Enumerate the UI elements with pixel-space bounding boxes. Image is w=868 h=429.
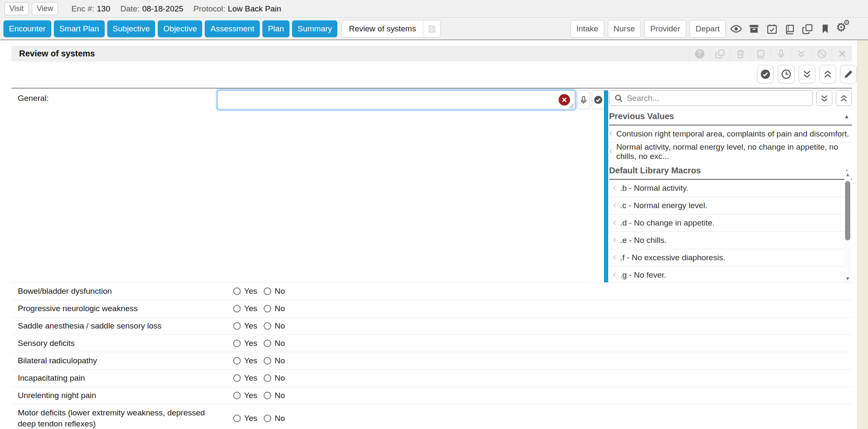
nav-button[interactable]: Assessment — [205, 20, 259, 37]
pencil-button[interactable] — [840, 65, 857, 84]
previous-value-item[interactable]: ‹ Normal activity, normal energy level, … — [609, 143, 852, 160]
bookmark-icon[interactable] — [818, 24, 832, 34]
macros-scrollbar[interactable]: ▲ ▼ — [844, 171, 851, 282]
archive-icon[interactable] — [747, 23, 761, 34]
stage-button[interactable]: Nurse — [608, 20, 641, 38]
macro-item[interactable]: ‹ .d - No change in appetite. — [609, 214, 852, 232]
macro-item[interactable]: ‹ .f - No excessive diaphoresis. — [609, 249, 852, 267]
no-label: No — [275, 356, 285, 365]
yes-option[interactable]: Yes — [233, 356, 257, 365]
no-option[interactable]: No — [264, 339, 285, 348]
no-option[interactable]: No — [264, 414, 285, 423]
tab-review-of-systems[interactable]: Review of systems — [342, 20, 440, 38]
stage-button[interactable]: Provider — [644, 20, 686, 38]
stage-button[interactable]: Depart — [690, 20, 726, 38]
no-radio[interactable] — [264, 392, 271, 399]
scrollbar-thumb[interactable] — [845, 181, 850, 240]
nav-button[interactable]: Smart Plan — [54, 20, 105, 37]
yes-radio[interactable] — [233, 287, 241, 295]
copy-icon[interactable] — [709, 46, 730, 61]
nav-button[interactable]: Subjective — [107, 20, 156, 37]
book-icon[interactable] — [782, 23, 797, 35]
general-input[interactable] — [217, 90, 575, 109]
close-icon[interactable] — [832, 46, 852, 61]
yes-option[interactable]: Yes — [233, 287, 257, 296]
settings-gears-icon[interactable]: ⚙ ⚙ — [836, 22, 853, 36]
yes-option[interactable]: Yes — [233, 391, 257, 400]
no-option[interactable]: No — [264, 356, 285, 365]
macros-header[interactable]: Default Library Macros ▲ — [609, 166, 852, 180]
nav-button[interactable]: Encounter — [3, 20, 51, 37]
yes-option[interactable]: Yes — [233, 321, 257, 331]
chevrons-down-button[interactable] — [798, 65, 815, 84]
scroll-up-icon[interactable]: ▲ — [844, 172, 851, 178]
no-option[interactable]: No — [264, 391, 285, 400]
search-placeholder: Search... — [627, 94, 659, 103]
collapse-all-button[interactable] — [836, 90, 852, 106]
help-icon[interactable]: ? — [689, 46, 709, 61]
chevrons-up-button[interactable] — [819, 65, 836, 84]
yes-radio[interactable] — [233, 374, 241, 382]
macro-item[interactable]: ‹ .c - Normal energy level. — [609, 197, 852, 214]
macro-item[interactable]: ‹ .e - No chills. — [609, 232, 852, 249]
no-label: No — [275, 373, 285, 383]
no-radio[interactable] — [264, 357, 271, 365]
previous-values-header[interactable]: Previous Values ▲ — [609, 111, 852, 125]
microphone-button[interactable] — [577, 90, 590, 109]
no-option[interactable]: No — [264, 373, 285, 383]
yes-option[interactable]: Yes — [233, 304, 257, 313]
nav-button[interactable]: Objective — [158, 20, 202, 37]
resize-grip-icon[interactable] — [569, 103, 574, 109]
yes-radio[interactable] — [233, 392, 241, 399]
macro-text: .d - No change in appetite. — [620, 218, 715, 228]
no-option[interactable]: No — [264, 287, 285, 296]
yes-radio[interactable] — [233, 340, 241, 347]
no-label: No — [275, 304, 285, 313]
no-radio[interactable] — [264, 287, 271, 295]
visit-button[interactable]: Visit — [4, 2, 29, 15]
view-button[interactable]: View — [32, 2, 58, 15]
yes-radio[interactable] — [233, 415, 241, 422]
no-radio[interactable] — [264, 340, 271, 347]
no-option[interactable]: No — [264, 304, 285, 313]
search-input[interactable]: Search... — [609, 90, 813, 106]
no-radio[interactable] — [264, 374, 271, 382]
book-icon[interactable] — [750, 46, 771, 61]
trash-icon[interactable] — [730, 46, 750, 61]
microphone-icon[interactable] — [771, 46, 791, 61]
insert-left-icon: ‹ — [613, 187, 616, 189]
scroll-down-icon[interactable]: ▼ — [844, 276, 851, 281]
eye-icon[interactable] — [729, 23, 743, 35]
ban-icon[interactable] — [811, 46, 832, 61]
insert-left-icon: ‹ — [609, 133, 612, 135]
expand-all-button[interactable] — [816, 90, 832, 106]
copy-icon[interactable] — [800, 23, 815, 35]
no-radio[interactable] — [264, 305, 271, 312]
yes-option[interactable]: Yes — [233, 339, 257, 348]
no-option[interactable]: No — [264, 321, 285, 331]
yes-option[interactable]: Yes — [233, 414, 257, 423]
yes-radio[interactable] — [233, 305, 241, 312]
check-circle-button[interactable] — [757, 65, 774, 84]
macro-item[interactable]: ‹ .b - Normal activity. — [609, 180, 852, 197]
yes-option[interactable]: Yes — [233, 373, 257, 383]
nav-button[interactable]: Summary — [292, 20, 337, 37]
stage-button[interactable]: Intake — [570, 20, 604, 38]
no-radio[interactable] — [264, 415, 271, 422]
macro-item[interactable]: ‹ .g - No fever. — [609, 267, 852, 282]
calendar-check-icon[interactable] — [765, 23, 779, 35]
question-row: Progressive neurologic weakness Yes No — [11, 300, 852, 317]
previous-value-item[interactable]: ‹ Contusion right temporal area, complai… — [609, 125, 852, 143]
chevrons-down-icon[interactable] — [791, 46, 811, 61]
clear-input-icon[interactable] — [559, 94, 570, 106]
yes-radio[interactable] — [233, 322, 241, 330]
yes-radio[interactable] — [233, 357, 241, 365]
clock-button[interactable] — [778, 65, 795, 84]
search-icon — [614, 94, 623, 103]
section-header-icons: ? — [689, 46, 852, 61]
confirm-button[interactable] — [592, 90, 604, 109]
save-icon[interactable] — [423, 20, 440, 37]
nav-button[interactable]: Plan — [262, 20, 289, 37]
no-radio[interactable] — [264, 322, 271, 330]
question-row: Motor deficits (lower extremity weakness… — [11, 404, 852, 429]
